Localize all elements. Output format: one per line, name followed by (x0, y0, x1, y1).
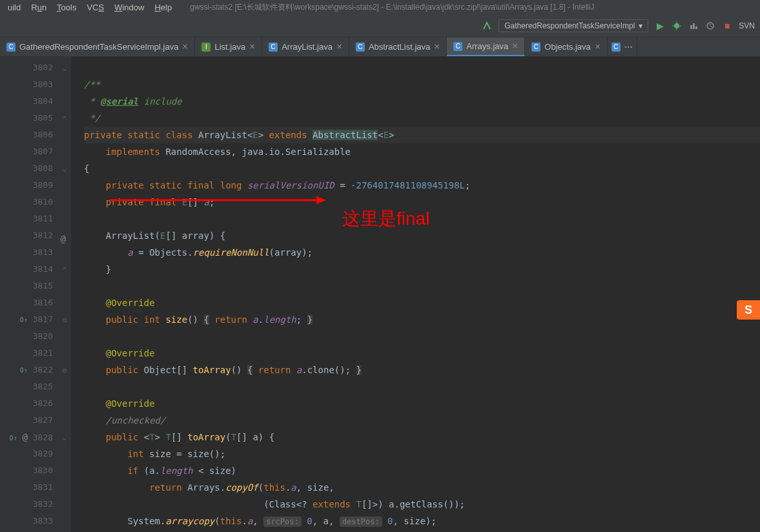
fold-icon[interactable]: ⌄ (58, 429, 71, 445)
line-number: 3809 (0, 177, 53, 194)
profile-icon[interactable] (705, 21, 715, 31)
svg-rect-7 (695, 26, 697, 29)
svg-rect-5 (690, 25, 692, 29)
menu-build[interactable]: uild (3, 3, 26, 12)
menu-window[interactable]: Window (109, 3, 149, 12)
sogou-ime-icon[interactable]: S (737, 300, 760, 320)
line-number: 3812@ (0, 227, 53, 244)
tab-abstractlist[interactable]: C AbstractList.java ✕ (349, 37, 447, 56)
fold-icon[interactable]: ⌄ (58, 59, 71, 76)
close-icon[interactable]: ✕ (336, 43, 342, 51)
window-title: gwssi-stats2 [E:\长城软件资料\workspace\gwssi-… (190, 2, 594, 13)
svn-label[interactable]: SVN (739, 21, 755, 30)
line-number: 3815 (0, 278, 53, 294)
tab-objects[interactable]: C Objects.java ✕ (525, 37, 608, 56)
tab-gathered[interactable]: C GatheredRespondentTaskServiceImpl.java… (0, 37, 195, 56)
close-icon[interactable]: ✕ (512, 42, 518, 50)
close-icon[interactable]: ✕ (249, 43, 255, 51)
line-number: O↑ 3817 (0, 311, 53, 328)
at-mark-icon: @ (57, 230, 66, 240)
editor-tabs: C GatheredRespondentTaskServiceImpl.java… (0, 37, 760, 57)
override-mark-icon: O↑ (20, 316, 28, 323)
at-mark-icon: @ (22, 432, 27, 442)
menu-tools[interactable]: Tools (52, 3, 81, 12)
line-number: 3825 (0, 378, 53, 395)
fold-icon[interactable]: ⌃ (58, 261, 71, 278)
line-number: 3811 (0, 210, 53, 227)
close-icon[interactable]: ✕ (182, 43, 188, 51)
override-mark-icon: O↑ (10, 435, 17, 442)
line-number: 3807 (0, 143, 53, 160)
build-icon[interactable] (482, 21, 492, 31)
line-number: 3802 (0, 59, 53, 76)
annotation-text: 这里是final (342, 207, 429, 231)
tab-more[interactable]: C ⋯ (608, 37, 637, 56)
class-icon: C (453, 42, 462, 51)
line-number: 3806 (0, 127, 53, 143)
svg-marker-10 (316, 196, 326, 204)
line-number: 3833 (0, 513, 53, 529)
line-number: 3831 (0, 479, 53, 496)
line-number: 3813 (0, 244, 53, 261)
run-config-label: GatheredRespondentTaskServiceImpl (504, 21, 635, 30)
line-number: 3804 (0, 93, 53, 110)
menu-bar: uild Run Tools VCS Window Help gwssi-sta… (0, 0, 760, 14)
chevron-down-icon: ▾ (639, 21, 642, 30)
line-number: 3832 (0, 496, 53, 513)
fold-column: ⌄ ⌃ ⌄ ⌄ ⌃ ⊟ ⊟ ⌄ (58, 57, 71, 532)
debug-icon[interactable] (672, 21, 682, 31)
menu-run[interactable]: Run (26, 3, 52, 12)
close-icon[interactable]: ✕ (434, 43, 440, 51)
class-icon: C (6, 43, 15, 52)
line-number: 3803 (0, 76, 53, 93)
fold-icon[interactable]: ⊟ (58, 311, 71, 328)
close-icon[interactable]: ✕ (595, 43, 601, 51)
annotation-arrow (110, 194, 329, 213)
line-number: 3816 (0, 294, 53, 311)
line-number: 3814 (0, 261, 53, 278)
coverage-icon[interactable] (688, 21, 699, 31)
svg-point-0 (674, 23, 679, 28)
svg-rect-6 (693, 23, 695, 29)
menu-vcs[interactable]: VCS (81, 3, 109, 12)
override-mark-icon: O↑ (20, 367, 28, 374)
line-number: O↑ 3822 (0, 362, 53, 378)
line-number: O↑ @ 3828 (0, 429, 53, 445)
fold-icon[interactable]: ⌃ (58, 110, 71, 127)
line-number: 3830 (0, 462, 53, 479)
tab-arrays[interactable]: C Arrays.java ✕ (447, 37, 525, 56)
run-config-dropdown[interactable]: GatheredRespondentTaskServiceImpl ▾ (498, 19, 648, 32)
line-number: 3827 (0, 412, 53, 429)
fold-icon[interactable]: ⌄ (58, 160, 71, 177)
line-number: 3821 (0, 345, 53, 362)
line-number: 3805 (0, 110, 53, 127)
class-icon: C (611, 43, 621, 52)
class-icon: C (269, 43, 278, 52)
code-area[interactable]: /** * @serial include */ private static … (71, 57, 760, 532)
line-number: 3826 (0, 395, 53, 412)
class-icon: C (356, 43, 365, 52)
tab-list[interactable]: I List.java ✕ (195, 37, 262, 56)
line-number: 3829 (0, 445, 53, 462)
code-editor[interactable]: 3802 3803 3804 3805 3806 3807 3808 3809 … (0, 57, 760, 532)
fold-icon[interactable]: ⊟ (58, 362, 71, 378)
tab-arraylist[interactable]: C ArrayList.java ✕ (262, 37, 349, 56)
class-icon: C (531, 43, 540, 52)
main-toolbar: GatheredRespondentTaskServiceImpl ▾ ▶ ■ … (0, 14, 760, 37)
run-icon[interactable]: ▶ (655, 21, 665, 31)
interface-icon: I (201, 43, 211, 52)
stop-icon[interactable]: ■ (722, 21, 732, 31)
line-number: 3810 (0, 194, 53, 210)
menu-help[interactable]: Help (149, 3, 177, 12)
line-number: 3820 (0, 328, 53, 345)
line-gutter: 3802 3803 3804 3805 3806 3807 3808 3809 … (0, 57, 58, 532)
line-number: 3808 (0, 160, 53, 177)
